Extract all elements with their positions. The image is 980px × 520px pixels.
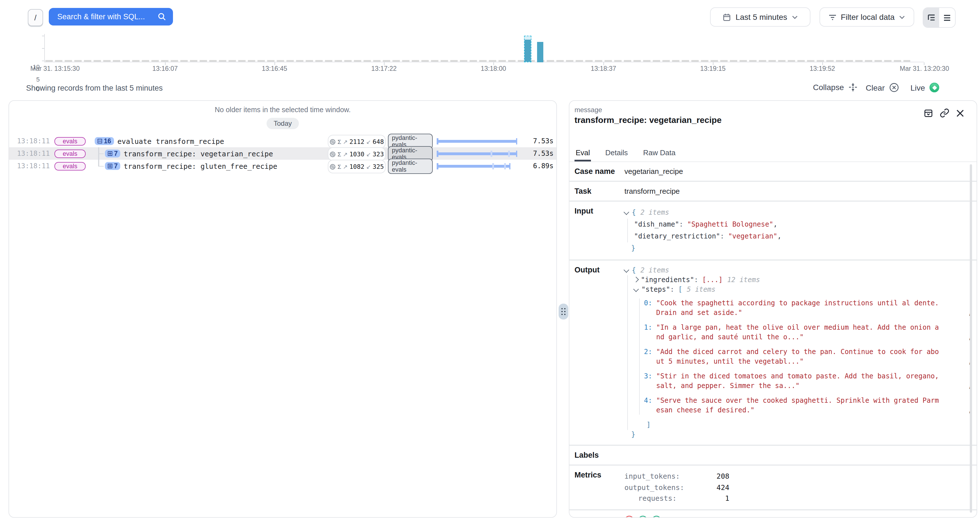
step-item: 1:"In a large pan, heat the olive oil ov…	[641, 323, 964, 342]
expand-square-icon: ⊞	[107, 163, 113, 169]
assertions-label: Assertions	[574, 516, 624, 517]
time-range-label: Last 5 minutes	[735, 13, 787, 22]
case-name-value: vegetarian_recipe	[624, 167, 683, 176]
x-label: 13:18:00	[480, 65, 506, 72]
metrics-label: Metrics	[574, 471, 624, 504]
panel-dropdown-icon[interactable]	[924, 108, 933, 117]
x-axis-line	[44, 62, 924, 62]
filter-icon	[828, 13, 836, 21]
evals-tag[interactable]: evals	[52, 147, 88, 160]
step-item: 4:"Serve the sauce over the cooked spagh…	[641, 396, 964, 415]
x-tick	[603, 62, 604, 65]
duration-text: 6.89s	[520, 160, 554, 172]
y-axis-line	[44, 34, 45, 62]
evals-tag[interactable]: evals	[52, 135, 88, 147]
duration-text: 7.53s	[520, 147, 554, 160]
duration-bar[interactable]	[437, 151, 517, 157]
tab-eval[interactable]: Eval	[574, 148, 591, 162]
search-input[interactable]: Search & filter with SQL...	[49, 8, 173, 25]
duration-text: 7.53s	[520, 135, 554, 147]
detail-scrollbar[interactable]	[969, 164, 972, 513]
live-label: Live	[910, 83, 925, 92]
close-icon[interactable]	[956, 109, 964, 117]
json-value: "Spaghetti Bolognese"	[687, 219, 773, 231]
assertion-pass-icon[interactable]	[652, 515, 661, 517]
input-token-count: 1030	[349, 151, 364, 158]
input-label: Input	[574, 207, 624, 254]
span-count-badge[interactable]: ⊞7	[105, 160, 121, 172]
chevron-down-icon[interactable]	[624, 209, 629, 215]
y-mark	[42, 48, 44, 49]
evals-tag[interactable]: evals	[52, 160, 88, 172]
span-count-badge[interactable]: ⊞7	[105, 147, 121, 160]
arrow-up-right-icon: ↗	[343, 138, 348, 145]
token-counts-badge[interactable]: Σ ↗ 1030 ↙ 323	[328, 147, 386, 161]
arrow-up-right-icon: ↗	[343, 151, 348, 157]
x-label: Mar 31. 13:20:30	[900, 65, 949, 72]
row-timestamp: 13:18:11	[17, 147, 50, 160]
records-histogram[interactable]: 10 5 0 Mar 31. 13:15:30 13:16:07 13:16:4…	[0, 31, 980, 76]
sigma-icon: Σ	[337, 163, 341, 170]
tab-raw-data[interactable]: Raw Data	[642, 148, 676, 162]
x-tick	[924, 62, 924, 65]
chevron-down-icon[interactable]	[624, 267, 629, 273]
output-label: Output	[574, 266, 624, 439]
live-toggle[interactable]: Live	[910, 83, 939, 92]
trace-row-gluten-free-recipe[interactable]: 13:18:11 evals ⊞7 transform_recipe: glut…	[9, 160, 556, 172]
y-mark	[42, 36, 44, 36]
trace-list-panel: No older items in the selected time wind…	[8, 100, 557, 518]
trace-row-vegetarian-recipe[interactable]: 13:18:11 evals ⊞7 transform_recipe: vege…	[9, 147, 556, 160]
histogram-bar-fill	[525, 40, 531, 62]
duration-bar[interactable]	[437, 163, 511, 169]
project-tag[interactable]: pydantic-evals	[388, 147, 433, 160]
clear-button[interactable]: Clear	[866, 83, 899, 92]
chevron-right-icon[interactable]	[633, 277, 639, 282]
tokens-coin-icon	[329, 138, 336, 145]
project-tag[interactable]: pydantic-evals	[388, 135, 433, 147]
x-label: 13:19:52	[810, 65, 835, 72]
chevron-down-icon[interactable]	[633, 286, 639, 292]
input-json-viewer[interactable]: {2 items "dish_name":"Spaghetti Bolognes…	[624, 207, 964, 254]
metric-item: input_tokens: 208	[624, 471, 729, 482]
arrow-down-left-icon: ↙	[366, 163, 371, 170]
no-older-items-note: No older items in the selected time wind…	[9, 106, 556, 114]
calendar-icon	[722, 13, 731, 21]
arrow-down-left-icon: ↙	[366, 138, 371, 145]
date-pill[interactable]: Today	[267, 118, 299, 129]
task-label: Task	[574, 187, 624, 195]
histogram-bar[interactable]	[537, 42, 543, 62]
assertion-pass-icon[interactable]	[638, 515, 648, 517]
tokens-coin-icon	[329, 151, 336, 157]
histogram-bar-selected[interactable]	[524, 36, 531, 62]
trace-title: transform_recipe: vegetarian_recipe	[124, 147, 273, 160]
flat-list-toggle[interactable]	[939, 8, 955, 27]
x-label: 13:18:37	[591, 65, 616, 72]
token-counts-badge[interactable]: Σ ↗ 1082 ↙ 325	[328, 160, 386, 173]
slash-shortcut-key: /	[28, 9, 43, 26]
labels-row: Labels	[570, 446, 977, 466]
panel-resize-handle[interactable]	[558, 304, 568, 319]
time-range-dropdown[interactable]: Last 5 minutes	[710, 7, 810, 27]
tree-view-toggle[interactable]	[923, 8, 939, 27]
clear-label: Clear	[866, 83, 885, 92]
record-kind-label: message	[574, 106, 977, 114]
trace-row-evaluate-transform-recipe[interactable]: 13:18:11 evals ⊟16 evaluate transform_re…	[9, 135, 556, 147]
collapse-icon	[848, 83, 858, 92]
token-counts-badge[interactable]: Σ ↗ 2112 ↙ 648	[328, 135, 386, 148]
duration-bar[interactable]	[437, 138, 517, 144]
output-json-viewer[interactable]: {2 items "ingredients":[...]12 items "st…	[624, 266, 964, 439]
copy-link-icon[interactable]	[940, 108, 950, 118]
collapsed-array-preview[interactable]: [...]	[702, 275, 722, 285]
tree-connector	[98, 153, 104, 154]
span-count-badge[interactable]: ⊟16	[95, 135, 114, 147]
output-token-count: 325	[372, 163, 384, 170]
list-icon	[943, 14, 951, 21]
x-tick	[713, 62, 713, 65]
step-item: 0:"Cook the spaghetti according to packa…	[641, 298, 964, 317]
project-tag[interactable]: pydantic-evals	[388, 160, 433, 172]
assertion-fail-icon[interactable]	[624, 515, 634, 517]
filter-local-data-dropdown[interactable]: Filter local data	[819, 7, 914, 27]
tab-details[interactable]: Details	[604, 148, 629, 162]
x-label: 13:16:07	[152, 65, 178, 72]
collapse-button[interactable]: Collapse	[813, 83, 858, 92]
